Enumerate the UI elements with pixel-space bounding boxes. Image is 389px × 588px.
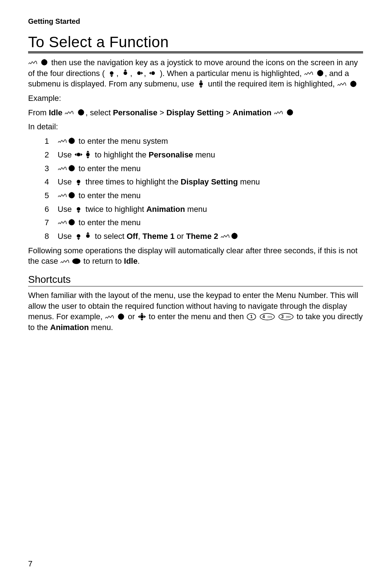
after-steps-paragraph: Following some operations the display wi… bbox=[28, 245, 363, 267]
title-rule bbox=[28, 52, 363, 54]
select-icon bbox=[76, 108, 86, 116]
nav-updown-icon bbox=[83, 151, 93, 159]
press-icon bbox=[220, 232, 230, 240]
nav-down-icon bbox=[107, 69, 116, 77]
step-number: 1 bbox=[28, 136, 51, 147]
end-call-icon bbox=[72, 257, 81, 265]
nav-left-icon bbox=[148, 69, 158, 77]
key-1-icon: 1 bbox=[246, 313, 257, 321]
press-icon bbox=[304, 69, 313, 77]
step-text: Use twice to highlight Animation menu bbox=[58, 204, 363, 215]
press-icon bbox=[274, 108, 283, 116]
step-number: 2 bbox=[28, 150, 51, 160]
svg-text:3: 3 bbox=[281, 314, 284, 319]
press-icon bbox=[58, 191, 67, 199]
nav-leftright-icon bbox=[74, 151, 83, 159]
key-4ghi-icon: 4GHI bbox=[259, 313, 276, 321]
select-icon bbox=[285, 108, 295, 116]
step-text: Use to highlight the Personalise menu bbox=[58, 150, 363, 160]
press-icon bbox=[58, 218, 67, 226]
shortcuts-heading: Shortcuts bbox=[28, 274, 363, 285]
step-text: Use three times to highlight the Display… bbox=[58, 177, 363, 187]
select-icon bbox=[349, 80, 358, 88]
step-text: to enter the menu system bbox=[58, 136, 363, 147]
key-3def-icon: 3DEF bbox=[278, 313, 294, 321]
in-detail-label: In detail: bbox=[28, 121, 363, 132]
nav-up-icon bbox=[83, 232, 93, 240]
svg-text:1: 1 bbox=[250, 314, 253, 319]
intro-paragraph: then use the navigation key as a joystic… bbox=[28, 57, 363, 89]
step-number: 8 bbox=[28, 231, 51, 242]
select-icon bbox=[116, 313, 126, 321]
nav-any-icon bbox=[137, 313, 147, 321]
step-number: 4 bbox=[28, 177, 51, 187]
press-icon bbox=[337, 80, 346, 88]
step-number: 7 bbox=[28, 217, 51, 228]
select-icon bbox=[230, 232, 239, 240]
select-icon bbox=[67, 137, 76, 145]
nav-updown-icon bbox=[196, 80, 206, 88]
select-icon bbox=[67, 164, 76, 172]
press-icon bbox=[58, 164, 67, 172]
press-icon bbox=[105, 313, 114, 321]
step-text: to enter the menu bbox=[58, 163, 363, 174]
step-text: to enter the menu bbox=[58, 190, 363, 201]
step-text: to enter the menu bbox=[58, 217, 363, 228]
intro-seg: until the required item is highlighted, bbox=[206, 79, 337, 88]
nav-down-icon bbox=[74, 232, 83, 240]
press-icon bbox=[28, 58, 37, 66]
step-number: 5 bbox=[28, 190, 51, 201]
press-icon bbox=[60, 257, 70, 265]
nav-down-icon bbox=[74, 205, 83, 213]
page-title: To Select a Function bbox=[28, 34, 363, 51]
steps-list: 1 to enter the menu system2Use to highli… bbox=[28, 136, 363, 242]
nav-down-icon bbox=[74, 178, 83, 186]
example-label: Example: bbox=[28, 93, 363, 104]
svg-text:DEF: DEF bbox=[286, 316, 291, 318]
running-head: Getting Started bbox=[28, 17, 363, 26]
shortcuts-paragraph: When familiar with the layout of the men… bbox=[28, 290, 363, 333]
intro-seg: ). When a particular menu is highlighted… bbox=[160, 69, 304, 78]
nav-right-icon bbox=[134, 69, 144, 77]
select-icon bbox=[67, 191, 76, 199]
select-icon bbox=[316, 69, 325, 77]
select-icon bbox=[40, 58, 49, 66]
step-number: 3 bbox=[28, 163, 51, 174]
press-icon bbox=[58, 137, 67, 145]
select-icon bbox=[67, 218, 76, 226]
step-number: 6 bbox=[28, 204, 51, 215]
nav-up-icon bbox=[121, 69, 130, 77]
step-text: Use to select Off, Theme 1 or Theme 2 bbox=[58, 231, 363, 242]
section-rule bbox=[28, 286, 363, 286]
page-number: 7 bbox=[28, 559, 32, 569]
svg-text:GHI: GHI bbox=[268, 316, 272, 318]
example-line: From Idle , select Personalise > Display… bbox=[28, 107, 363, 118]
press-icon bbox=[64, 108, 74, 116]
svg-text:4: 4 bbox=[263, 314, 265, 319]
